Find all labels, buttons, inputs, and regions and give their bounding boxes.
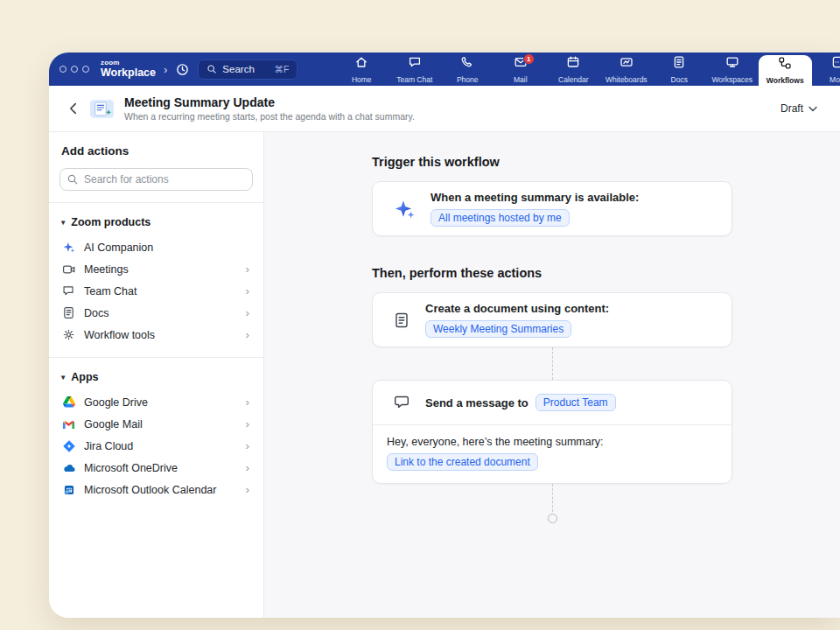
chat-bubble-icon xyxy=(393,394,410,411)
sidebar-item-jira-cloud[interactable]: Jira Cloud › xyxy=(60,435,253,457)
nav-item-label: Phone xyxy=(457,75,479,84)
history-button[interactable] xyxy=(175,62,190,77)
recipient-chip[interactable]: Product Team xyxy=(536,394,616,411)
ai-companion-sparkle-icon xyxy=(393,198,416,220)
trigger-heading: Trigger this workflow xyxy=(372,155,732,169)
home-icon xyxy=(354,55,368,73)
dashed-connector xyxy=(552,347,553,380)
whiteboards-icon xyxy=(620,55,634,73)
search-label: Search xyxy=(222,64,254,74)
global-search[interactable]: Search ⌘F xyxy=(198,60,298,80)
sidebar-item-label: Jira Cloud xyxy=(84,440,133,452)
sidebar-item-google-mail[interactable]: Google Mail › xyxy=(60,413,253,435)
section-zoom-products[interactable]: ▾ Zoom products xyxy=(60,214,253,236)
create-document-text: Create a document using content: xyxy=(425,302,609,315)
sidebar-item-workflow-tools[interactable]: Workflow tools › xyxy=(60,324,253,346)
document-content-chip[interactable]: Weekly Meeting Summaries xyxy=(425,320,571,338)
sidebar-item-label: Microsoft OneDrive xyxy=(84,462,178,474)
sidebar-item-label: Docs xyxy=(84,307,108,319)
chevron-right-icon: › xyxy=(246,329,250,341)
nav-item-label: Workspaces xyxy=(711,75,752,84)
docs-icon xyxy=(61,306,76,319)
nav-item-mail[interactable]: 1 Mail xyxy=(494,52,548,86)
sidebar-item-label: Meetings xyxy=(84,263,129,276)
divider xyxy=(49,357,263,358)
chevron-right-icon: › xyxy=(246,263,250,276)
sidebar-item-meetings[interactable]: Meetings › xyxy=(60,258,253,280)
sidebar-item-label: Microsoft Outlook Calendar xyxy=(84,484,216,496)
nav-item-team-chat[interactable]: Team Chat xyxy=(388,52,442,86)
nav-item-whiteboards[interactable]: Whiteboards xyxy=(600,52,654,86)
dashed-connector xyxy=(552,484,553,512)
sidebar-item-microsoft-outlook-calendar[interactable]: Microsoft Outlook Calendar › xyxy=(60,479,253,500)
sidebar-item-label: Google Drive xyxy=(84,396,148,409)
window-control-minimize[interactable] xyxy=(71,66,78,73)
zoom-workplace-window: zoom Workplace › Search ⌘F xyxy=(49,52,840,618)
phone-icon xyxy=(460,55,474,73)
document-link-chip[interactable]: Link to the created document xyxy=(387,453,538,471)
create-document-content: Create a document using content: Weekly … xyxy=(425,302,609,338)
trigger-card[interactable]: When a meeting summary is available: All… xyxy=(372,181,732,236)
nav-item-label: Team Chat xyxy=(396,75,432,84)
nav-item-workspaces[interactable]: Workspaces xyxy=(706,52,760,86)
window-controls[interactable] xyxy=(60,66,89,73)
send-message-card[interactable]: Send a message to Product Team Hey, ever… xyxy=(372,380,732,484)
nav-item-label: Home xyxy=(352,75,372,84)
create-document-row: Create a document using content: Weekly … xyxy=(373,293,732,346)
nav-item-label: Mail xyxy=(514,75,528,84)
nav-item-label: Docs xyxy=(671,75,688,84)
window-control-close[interactable] xyxy=(60,66,66,73)
logo-workplace-text: Workplace xyxy=(101,67,156,79)
chevron-right-icon: › xyxy=(246,440,250,452)
workflow-template-icon xyxy=(89,98,115,120)
sidebar-item-google-drive[interactable]: Google Drive › xyxy=(60,391,253,413)
sidebar-item-docs[interactable]: Docs › xyxy=(60,302,253,324)
nav-item-home[interactable]: Home xyxy=(335,52,388,86)
window-control-maximize[interactable] xyxy=(82,66,89,73)
sidebar-item-team-chat[interactable]: Team Chat › xyxy=(60,280,253,302)
chevron-right-icon: › xyxy=(246,462,250,474)
trigger-card-row: When a meeting summary is available: All… xyxy=(373,182,732,235)
sidebar-item-label: Google Mail xyxy=(84,418,143,430)
create-document-card[interactable]: Create a document using content: Weekly … xyxy=(372,292,732,347)
sidebar-item-ai-companion[interactable]: AI Companion xyxy=(60,236,253,258)
microsoft-onedrive-icon xyxy=(61,463,76,472)
section-apps[interactable]: ▾ Apps xyxy=(60,369,253,391)
actions-heading: Then, perform these actions xyxy=(372,266,732,280)
history-clock-icon xyxy=(175,62,190,77)
back-button[interactable] xyxy=(66,101,80,116)
nav-left-cluster: zoom Workplace › Search ⌘F xyxy=(60,52,298,86)
nav-item-more[interactable]: More xyxy=(812,52,840,86)
workflow-title-block: Meeting Summary Update When a recurring … xyxy=(124,95,415,122)
chevron-left-icon xyxy=(68,102,78,115)
sidebar-item-microsoft-onedrive[interactable]: Microsoft OneDrive › xyxy=(60,457,253,479)
mail-unread-badge: 1 xyxy=(523,53,535,65)
search-icon xyxy=(66,173,79,186)
actions-search xyxy=(60,168,253,191)
section-label: Zoom products xyxy=(71,216,150,228)
trigger-scope-chip[interactable]: All meetings hosted by me xyxy=(430,209,570,227)
workflow-tools-gear-icon xyxy=(61,328,76,341)
chevron-right-icon: › xyxy=(246,418,250,430)
add-step-node[interactable] xyxy=(548,514,557,523)
nav-expand-chevron-icon[interactable]: › xyxy=(164,64,167,75)
more-icon xyxy=(831,55,840,73)
workflow-body: Add actions ▾ Zoom products xyxy=(49,132,840,618)
nav-item-docs[interactable]: Docs xyxy=(653,52,706,86)
nav-item-calendar[interactable]: Calendar xyxy=(547,52,600,86)
actions-search-input[interactable] xyxy=(60,168,253,191)
docs-icon xyxy=(672,55,686,73)
status-badge: Draft xyxy=(780,102,803,115)
nav-item-phone[interactable]: Phone xyxy=(441,52,494,86)
desktop-background: zoom Workplace › Search ⌘F xyxy=(0,0,840,630)
nav-item-label: Workflows xyxy=(766,76,804,85)
document-icon xyxy=(393,312,410,329)
send-message-text: Send a message to xyxy=(425,396,528,410)
zoom-workplace-logo: zoom Workplace xyxy=(101,60,156,79)
calendar-icon xyxy=(566,55,580,73)
nav-item-workflows[interactable]: Workflows xyxy=(759,55,812,86)
workflow-header: Meeting Summary Update When a recurring … xyxy=(49,86,840,132)
status-dropdown[interactable]: Draft xyxy=(780,102,817,115)
send-message-content: Send a message to Product Team xyxy=(425,394,616,411)
divider xyxy=(49,202,263,203)
